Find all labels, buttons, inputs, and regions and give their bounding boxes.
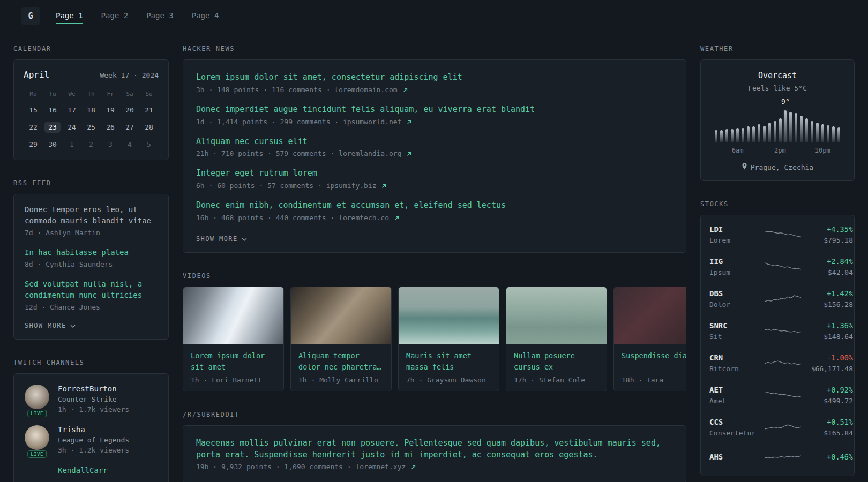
news-item-title[interactable]: Donec imperdiet augue tincidunt felis al… <box>196 104 673 116</box>
external-link-icon[interactable] <box>410 463 416 471</box>
video-card[interactable]: Aliquam tempor dolor nec pharetra… 1h · … <box>290 287 392 391</box>
channel-name[interactable]: Trisha <box>58 425 129 434</box>
stock-name: Amet <box>709 397 759 405</box>
stock-change: +1.36% <box>807 321 853 330</box>
video-title[interactable]: Aliquam tempor dolor nec pharetra… <box>291 344 391 373</box>
stock-row[interactable]: LDI Lorem +4.35% $795.18 <box>709 219 845 251</box>
video-card[interactable]: Mauris sit amet massa felis 7h · Grayson… <box>398 287 499 391</box>
channel-category[interactable]: Counter-Strike <box>58 395 129 403</box>
calendar-day: 20 <box>122 104 138 116</box>
stock-name: Dolor <box>709 300 759 308</box>
video-card[interactable]: Nullam posuere cursus ex 17h · Stefan Co… <box>506 287 607 391</box>
stock-price: $148.64 <box>807 333 853 341</box>
rss-item-title[interactable]: Sed volutpat nulla nisl, a condimentum n… <box>25 278 158 301</box>
hackernews-widget: HACKER NEWS Lorem ipsum dolor sit amet, … <box>183 45 686 253</box>
page-tab[interactable]: Page 3 <box>146 8 174 24</box>
channel-name[interactable]: KendallCarr <box>58 466 108 475</box>
video-thumbnail[interactable] <box>614 287 686 344</box>
stock-name: Consectetur <box>709 429 759 437</box>
video-thumbnail[interactable] <box>183 287 283 344</box>
top-navigation: G Page 1 Page 2 Page 3 Page 4 <box>0 0 868 32</box>
news-item-title[interactable]: Integer eget rutrum lorem <box>196 168 673 179</box>
page-tab[interactable]: Page 1 <box>56 8 83 24</box>
external-link-icon[interactable] <box>406 149 411 157</box>
calendar-weekday: Sa <box>120 87 139 102</box>
rss-card: Donec tempor eros leo, ut commodo mauris… <box>13 194 169 340</box>
video-title[interactable]: Suspendisse diam <box>614 344 686 373</box>
stock-symbol: LDI <box>709 225 759 234</box>
reddit-post-title[interactable]: Maecenas mollis pulvinar erat non posuer… <box>196 438 673 461</box>
weather-bar <box>735 109 740 142</box>
stock-row[interactable]: IIG Ipsum +2.84% $42.04 <box>709 251 845 283</box>
rss-item-title[interactable]: Donec tempor eros leo, ut commodo mauris… <box>25 204 158 227</box>
hackernews-show-more-label: SHOW MORE <box>196 235 238 243</box>
calendar-weekday: We <box>62 87 81 102</box>
stock-row[interactable]: AET Amet +0.92% $499.72 <box>709 379 845 411</box>
twitch-channel-row[interactable]: LIVE Trisha League of Legends 3h · 1.2k … <box>25 425 158 454</box>
right-column: WEATHER Overcast Feels like 5°C 9° 6am2p… <box>700 45 855 482</box>
app-logo: G <box>21 7 40 25</box>
subreddit-widget: /R/SUBREDDIT Maecenas mollis pulvinar er… <box>183 411 686 482</box>
stock-change: +0.92% <box>807 386 853 394</box>
rss-show-more-label: SHOW MORE <box>25 322 66 329</box>
weather-bar <box>746 109 751 142</box>
video-title[interactable]: Mauris sit amet massa felis <box>399 344 499 373</box>
stock-row[interactable]: CRN Bitcorn -1.00% $66,171.48 <box>709 347 845 379</box>
stock-row[interactable]: CCS Consectetur +0.51% $165.84 <box>709 411 845 443</box>
rss-list: Donec tempor eros leo, ut commodo mauris… <box>25 204 158 311</box>
weather-bar <box>719 109 724 142</box>
channel-avatar <box>25 385 49 409</box>
stock-price: $165.84 <box>807 429 853 437</box>
channel-name[interactable]: ForrestBurton <box>58 385 129 393</box>
calendar-day: 3 <box>104 139 116 150</box>
page-tab[interactable]: Page 2 <box>101 8 129 24</box>
page-tab[interactable]: Page 4 <box>192 8 219 24</box>
channel-category[interactable]: League of Legends <box>58 436 129 444</box>
stock-price: $795.18 <box>807 236 853 244</box>
calendar-day-cell: 1 <box>62 136 81 152</box>
twitch-channel-row[interactable]: LIVE ForrestBurton Counter-Strike 1h · 1… <box>25 385 158 413</box>
location-pin-icon <box>742 163 747 172</box>
video-thumbnail[interactable] <box>291 287 391 344</box>
news-item-title[interactable]: Aliquam nec cursus elit <box>196 136 673 148</box>
weather-time-label: 6am <box>732 147 744 154</box>
weather-bar <box>799 109 804 142</box>
news-item-title[interactable]: Lorem ipsum dolor sit amet, consectetur … <box>196 72 673 84</box>
hackernews-show-more-button[interactable]: SHOW MORE <box>196 235 247 243</box>
calendar-day-cell: 24 <box>62 119 81 135</box>
calendar-day-cell: 21 <box>139 102 159 118</box>
twitch-section-title: TWITCH CHANNELS <box>13 359 169 366</box>
weather-time-label: 2pm <box>774 147 786 154</box>
stock-row[interactable]: AHS +0.46% <box>709 443 845 472</box>
rss-item-title[interactable]: In hac habitasse platea <box>25 247 158 258</box>
weather-bar <box>714 109 719 142</box>
calendar-day-cell: 25 <box>81 119 101 135</box>
news-item-meta: 6h · 60 points · 57 comments · ipsumify.… <box>196 182 673 190</box>
external-link-icon[interactable] <box>393 214 399 222</box>
weather-bar <box>804 109 810 142</box>
calendar-days-grid: 15 16 17 18 <box>24 102 159 152</box>
weather-current-temp: 9° <box>781 97 790 106</box>
video-title[interactable]: Nullam posuere cursus ex <box>506 344 607 373</box>
external-link-icon[interactable] <box>380 182 386 190</box>
live-badge: LIVE <box>27 450 47 458</box>
rss-item: Donec tempor eros leo, ut commodo mauris… <box>25 204 158 237</box>
videos-section-title: VIDEOS <box>183 272 686 280</box>
stock-row[interactable]: SNRC Sit +1.36% $148.64 <box>709 315 845 347</box>
rss-show-more-button[interactable]: SHOW MORE <box>25 322 76 329</box>
video-card[interactable]: Suspendisse diam 18h · Tara <box>613 287 686 391</box>
stock-sparkline <box>763 259 803 275</box>
twitch-channel-row[interactable]: LIVE KendallCarr <box>25 466 158 482</box>
calendar-day: 5 <box>143 139 155 150</box>
external-link-icon[interactable] <box>406 118 411 126</box>
stock-row[interactable]: DBS Dolor +1.42% $156.28 <box>709 283 845 315</box>
external-link-icon[interactable] <box>402 86 408 94</box>
news-item-title[interactable]: Donec enim nibh, condimentum et accumsan… <box>196 200 673 212</box>
video-title[interactable]: Lorem ipsum dolor sit amet consectetu… <box>183 344 283 373</box>
video-thumbnail[interactable] <box>506 287 607 344</box>
stock-symbol: CRN <box>709 353 759 362</box>
videos-row: Lorem ipsum dolor sit amet consectetu… 1… <box>183 287 686 391</box>
news-item: Donec imperdiet augue tincidunt felis al… <box>196 104 673 126</box>
video-card[interactable]: Lorem ipsum dolor sit amet consectetu… 1… <box>183 287 284 391</box>
video-thumbnail[interactable] <box>399 287 499 344</box>
